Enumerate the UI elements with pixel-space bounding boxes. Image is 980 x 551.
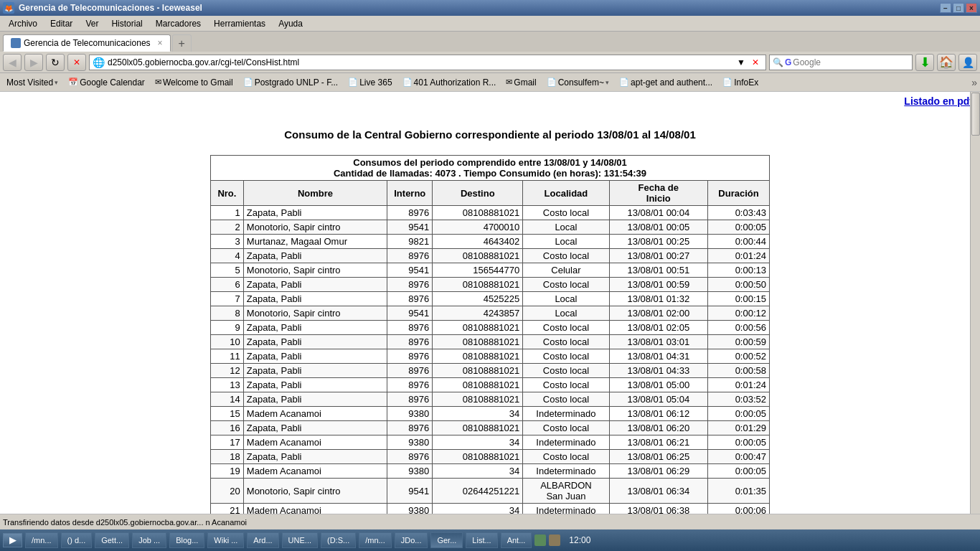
cell-interno: 9380: [387, 504, 433, 514]
cell-nro: 7: [211, 292, 244, 306]
taskbar-btn-4[interactable]: Blog...: [169, 532, 204, 548]
cell-nombre: Zapata, Pabli: [243, 206, 387, 220]
menu-ver[interactable]: Ver: [80, 17, 104, 30]
url-chevron-icon[interactable]: ▼: [734, 55, 748, 70]
cell-nombre: Zapata, Pabli: [243, 335, 387, 349]
cell-fecha: 13/08/01 06:25: [609, 450, 707, 464]
cell-nombre: Zapata, Pabli: [243, 378, 387, 392]
cell-localidad: Costo local: [523, 249, 609, 263]
bookmarks-more-button[interactable]: »: [971, 77, 977, 88]
cell-nro: 6: [211, 278, 244, 292]
taskbar-btn-0[interactable]: /mn...: [25, 532, 58, 548]
live365-icon: 📄: [348, 77, 358, 87]
cell-fecha: 13/08/01 00:51: [609, 263, 707, 278]
pdf-link[interactable]: Listado en pdf: [904, 95, 973, 107]
cell-destino: 08108881021: [433, 249, 523, 263]
cell-localidad: Costo local: [523, 392, 609, 407]
cell-destino: 08108881021: [433, 450, 523, 464]
menu-editar[interactable]: Editar: [44, 17, 78, 30]
cell-duracion: 0:01:35: [708, 479, 770, 504]
cell-nro: 21: [211, 504, 244, 514]
cell-duracion: 0:00:05: [708, 435, 770, 450]
search-input[interactable]: [793, 57, 909, 67]
taskbar-btn-12[interactable]: List...: [466, 532, 497, 548]
bookmark-gmail[interactable]: ✉ Welcome to Gmail: [151, 76, 237, 89]
home-button[interactable]: 🏠: [937, 54, 956, 71]
taskbar-start-button[interactable]: ▶: [3, 533, 22, 547]
bookmark-most-visited[interactable]: Most Visited ▾: [3, 76, 62, 89]
cell-interno: 8976: [387, 249, 433, 263]
scrollbar-thumb[interactable]: [971, 93, 980, 136]
cell-nro: 15: [211, 407, 244, 421]
cell-interno: 9821: [387, 235, 433, 249]
app-icon: 🦊: [3, 2, 14, 14]
menu-historial[interactable]: Historial: [105, 17, 148, 30]
menu-herramientas[interactable]: Herramientas: [208, 17, 271, 30]
cell-nro: 14: [211, 392, 244, 407]
taskbar-btn-9[interactable]: /mn...: [359, 532, 392, 548]
download-button[interactable]: ⬇: [915, 54, 934, 71]
cell-destino: 08108881021: [433, 349, 523, 364]
cell-nombre: Madem Acanamoi: [243, 435, 387, 450]
cell-destino: 08108881021: [433, 378, 523, 392]
cell-fecha: 13/08/01 06:34: [609, 479, 707, 504]
taskbar-btn-1[interactable]: () d...: [61, 532, 93, 548]
cell-localidad: ALBARDONSan Juan: [523, 479, 609, 504]
menu-archivo[interactable]: Archivo: [3, 17, 43, 30]
table-row: 11 Zapata, Pabli 8976 08108881021 Costo …: [211, 349, 770, 364]
tab-close-button[interactable]: ×: [158, 38, 163, 48]
cell-nombre: Zapata, Pabli: [243, 421, 387, 435]
forward-button[interactable]: ▶: [24, 54, 43, 71]
taskbar-btn-11[interactable]: Ger...: [430, 532, 463, 548]
bookmark-401auth[interactable]: 📄 401 Authorization R...: [399, 76, 500, 89]
bookmark-consulfem[interactable]: 📄 Consulfem~ ▾: [543, 76, 613, 89]
cell-duracion: 0:01:29: [708, 421, 770, 435]
page-content: Consumo de la Central Gobierno correspon…: [0, 110, 980, 514]
taskbar-btn-6[interactable]: Ard...: [247, 532, 278, 548]
table-row: 2 Monotorio, Sapir cintro 9541 4700010 L…: [211, 220, 770, 235]
cell-interno: 9380: [387, 407, 433, 421]
bookmark-gmail2[interactable]: ✉ Gmail: [502, 76, 540, 89]
cell-destino: 4700010: [433, 220, 523, 235]
bookmark-infoex[interactable]: 📄 InfoEx: [719, 76, 762, 89]
taskbar-btn-2[interactable]: Gett...: [95, 532, 129, 548]
cell-fecha: 13/08/01 05:04: [609, 392, 707, 407]
menu-ayuda[interactable]: Ayuda: [273, 17, 308, 30]
cell-nro: 13: [211, 378, 244, 392]
new-tab-button[interactable]: +: [172, 34, 192, 52]
taskbar-btn-8[interactable]: (D:S...: [321, 532, 356, 548]
reload-button[interactable]: ↻: [46, 54, 65, 71]
maximize-button[interactable]: □: [953, 3, 964, 13]
cell-destino: 4243857: [433, 306, 523, 321]
tab-main[interactable]: Gerencia de Telecomunicaciones ×: [3, 34, 171, 52]
url-clear-icon[interactable]: ✕: [748, 55, 763, 70]
bookmark-google-calendar[interactable]: 📅 Google Calendar: [65, 76, 149, 89]
cell-nro: 9: [211, 321, 244, 335]
cell-fecha: 13/08/01 03:01: [609, 335, 707, 349]
bookmark-live365[interactable]: 📄 Live 365: [344, 76, 395, 89]
scrollbar-track[interactable]: [970, 92, 980, 514]
bookmark-postgrado[interactable]: 📄 Postgrado UNLP - F...: [240, 76, 342, 89]
taskbar-btn-13[interactable]: Ant...: [501, 532, 532, 548]
bookmark-aptget[interactable]: 📄 apt-get and authent...: [616, 76, 716, 89]
cell-localidad: Costo local: [523, 206, 609, 220]
menu-marcadores[interactable]: Marcadores: [150, 17, 207, 30]
user-icon-button[interactable]: 👤: [958, 54, 977, 71]
stop-button[interactable]: ✕: [67, 54, 86, 71]
page-title: Consumo de la Central Gobierno correspon…: [14, 128, 966, 141]
url-input[interactable]: [108, 57, 734, 67]
taskbar-btn-10[interactable]: JDo...: [395, 532, 428, 548]
bookmarks-bar: Most Visited ▾ 📅 Google Calendar ✉ Welco…: [0, 73, 980, 92]
cell-fecha: 13/08/01 04:33: [609, 364, 707, 378]
taskbar-btn-3[interactable]: Job ...: [132, 532, 166, 548]
minimize-button[interactable]: −: [940, 3, 951, 13]
taskbar-btn-5[interactable]: Wiki ...: [207, 532, 244, 548]
cell-localidad: Costo local: [523, 278, 609, 292]
titlebar: 🦊 Gerencia de Telecomunicaciones - Icewe…: [0, 0, 980, 16]
back-button[interactable]: ◀: [3, 54, 22, 71]
cell-nro: 20: [211, 479, 244, 504]
cell-interno: 9541: [387, 306, 433, 321]
close-button[interactable]: ×: [966, 3, 977, 13]
taskbar-btn-7[interactable]: UNE...: [282, 532, 318, 548]
bookmark-gmail-welcome-label: Welcome to Gmail: [163, 77, 233, 88]
